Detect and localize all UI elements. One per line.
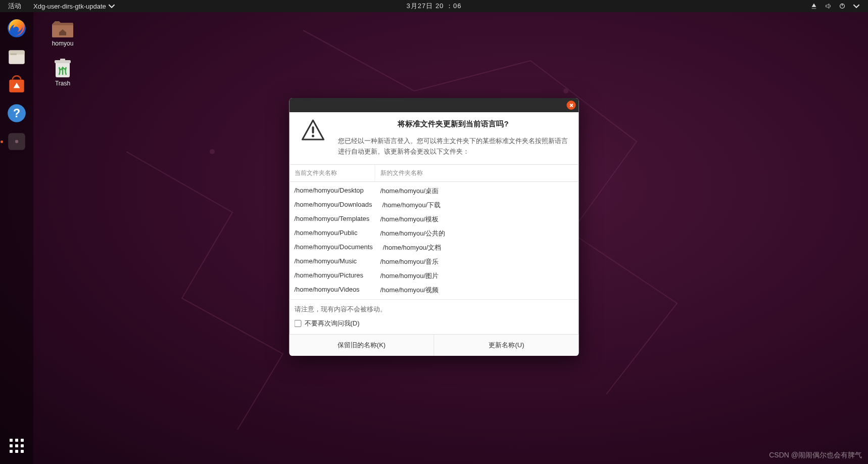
dock-files[interactable] [4,43,30,70]
software-store-icon [6,74,27,96]
dialog-header: 将标准文件夹更新到当前语言吗? 您已经以一种新语言登入。您可以将主文件夹下的某些… [290,112,579,164]
dialog-body: 您已经以一种新语言登入。您可以将主文件夹下的某些标准文件夹名按照新语言进行自动更… [338,136,569,157]
xdg-dirs-dialog: 将标准文件夹更新到当前语言吗? 您已经以一种新语言登入。您可以将主文件夹下的某些… [290,98,579,356]
cell-old: /home/homyou/Music [290,255,375,269]
table-row: /home/homyou/Downloads/home/homyou/下载 [290,198,579,212]
top-bar: 活动 Xdg-user-dirs-gtk-update 3月27日 20 ：06 [0,0,868,12]
cell-new: /home/homyou/视频 [375,283,579,297]
col-new: 新的文件夹名称 [375,165,579,181]
dialog-note: 请注意，现有内容不会被移动。 [290,299,579,317]
chevron-down-icon [853,3,860,10]
dialog-title: 将标准文件夹更新到当前语言吗? [338,119,569,129]
col-current: 当前文件夹名称 [290,165,375,181]
cell-old: /home/homyou/Pictures [290,269,375,283]
svg-rect-15 [312,126,314,133]
cell-old: /home/homyou/Downloads [290,198,377,212]
power-icon [839,3,846,10]
table-row: /home/homyou/Music/home/homyou/音乐 [290,255,579,269]
cell-new: /home/homyou/图片 [375,269,579,283]
xdg-dirs-icon [6,131,27,152]
update-names-button[interactable]: 更新名称(U) [435,335,579,356]
dock-software[interactable] [4,72,30,98]
table-row: /home/homyou/Documents/home/homyou/文档 [290,241,579,255]
svg-point-16 [312,135,314,137]
home-folder-icon [51,18,74,38]
table-row: /home/homyou/Templates/home/homyou/模板 [290,212,579,226]
table-row: /home/homyou/Desktop/home/homyou/桌面 [290,184,579,198]
files-icon [6,46,27,67]
svg-rect-14 [60,59,65,61]
desktop-icon-label: Trash [55,80,70,87]
svg-rect-6 [10,54,17,55]
help-icon: ? [6,103,27,124]
close-button[interactable] [567,101,576,110]
cell-new: /home/homyou/下载 [377,198,578,212]
cell-old: /home/homyou/Desktop [290,184,375,198]
cell-old: /home/homyou/Documents [290,241,378,255]
svg-point-11 [15,140,18,143]
firefox-icon [6,18,27,39]
activities-button[interactable]: 活动 [8,2,21,11]
dialog-titlebar[interactable] [290,98,579,112]
checkbox-input[interactable] [295,320,302,327]
desktop-icon-label: homyou [52,40,74,47]
apps-grid-icon [10,439,24,453]
table-row: /home/homyou/Pictures/home/homyou/图片 [290,269,579,283]
desktop-icons: homyou Trash [43,18,82,87]
checkbox-label: 不要再次询问我(D) [305,319,360,328]
chevron-down-icon [108,3,115,10]
app-menu-label: Xdg-user-dirs-gtk-update [33,3,106,10]
cell-new: /home/homyou/公共的 [375,226,579,241]
dock-firefox[interactable] [4,15,30,41]
svg-point-1 [564,89,568,93]
trash-icon [51,58,74,78]
dont-ask-checkbox[interactable]: 不要再次询问我(D) [290,317,579,334]
desktop-icon-trash[interactable]: Trash [43,58,82,87]
volume-icon [825,3,832,10]
app-menu[interactable]: Xdg-user-dirs-gtk-update [33,3,115,10]
dialog-buttons: 保留旧的名称(K) 更新名称(U) [290,334,579,356]
table-row: /home/homyou/Videos/home/homyou/视频 [290,283,579,297]
svg-point-0 [210,150,214,154]
cell-old: /home/homyou/Videos [290,283,375,297]
clock[interactable]: 3月27日 20 ：06 [407,2,462,11]
cell-new: /home/homyou/桌面 [375,184,579,198]
dock: ? [0,12,33,464]
cell-new: /home/homyou/模板 [375,212,579,226]
cell-new: /home/homyou/音乐 [375,255,579,269]
warning-icon [302,119,325,141]
dock-running-app[interactable] [4,128,30,155]
system-tray[interactable] [810,3,868,10]
svg-text:?: ? [13,107,20,120]
desktop-icon-home[interactable]: homyou [43,18,82,47]
watermark: CSDN @闹闹偶尔也会有脾气 [769,451,862,460]
dock-help[interactable]: ? [4,100,30,126]
column-headers: 当前文件夹名称 新的文件夹名称 [290,164,579,182]
table-row: /home/homyou/Public/home/homyou/公共的 [290,226,579,241]
cell-old: /home/homyou/Templates [290,212,375,226]
cell-new: /home/homyou/文档 [378,241,579,255]
cell-old: /home/homyou/Public [290,226,375,241]
close-icon [569,103,573,108]
folder-rows: /home/homyou/Desktop/home/homyou/桌面/home… [290,182,579,299]
keep-old-button[interactable]: 保留旧的名称(K) [290,335,435,356]
network-icon [810,3,817,10]
show-applications-button[interactable] [4,433,30,459]
